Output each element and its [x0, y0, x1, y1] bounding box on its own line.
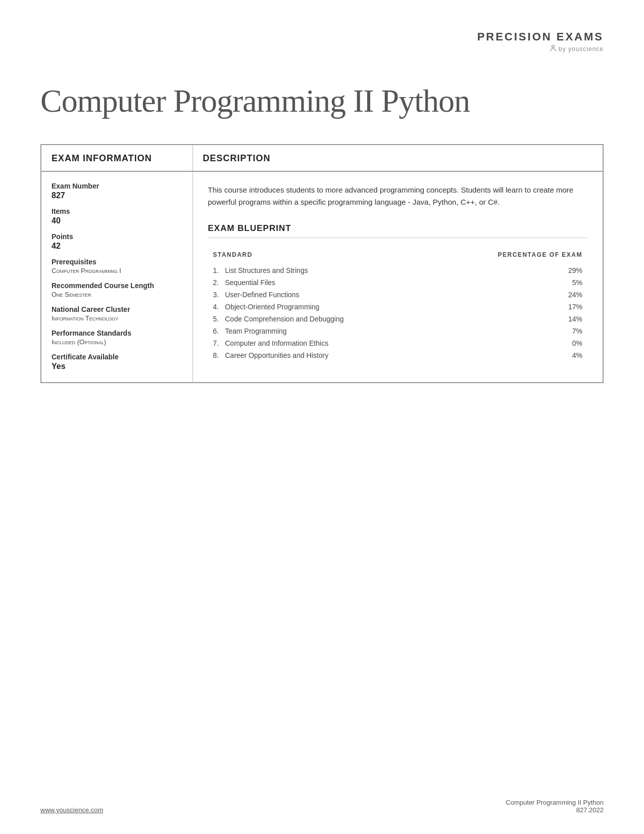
left-column-header: EXAM INFORMATION — [41, 145, 192, 171]
bp-item-num: 8. — [213, 351, 225, 359]
table-header-row: EXAM INFORMATION DESCRIPTION — [41, 145, 603, 171]
performance-value: Included (Optional) — [52, 338, 182, 346]
recommended-length-value: One Semester — [52, 291, 182, 298]
main-table: EXAM INFORMATION DESCRIPTION Exam Number… — [40, 144, 604, 383]
left-content: Exam Number 827 Items 40 Points 42 Prere… — [41, 172, 192, 382]
bp-item-pct: 7% — [557, 327, 582, 335]
bp-item-pct: 17% — [557, 303, 582, 311]
blueprint-row: 5. Code Comprehension and Debugging 14% — [208, 313, 588, 325]
blueprint-title: EXAM BLUEPRINT — [208, 223, 588, 238]
blueprint-row: 1. List Structures and Strings 29% — [208, 264, 588, 276]
bp-item-name: Career Opportunities and History — [225, 351, 558, 359]
bp-item-num: 2. — [213, 279, 225, 287]
bp-item-name: Code Comprehension and Debugging — [225, 315, 558, 323]
bp-item-name: Sequential Files — [225, 279, 558, 287]
bp-item-pct: 0% — [557, 339, 582, 347]
bp-item-pct: 24% — [557, 291, 582, 299]
exam-number-label: Exam Number — [52, 182, 182, 190]
footer-link[interactable]: www.youscience.com — [40, 806, 103, 814]
bp-item-num: 7. — [213, 339, 225, 347]
bp-item-name: Computer and Information Ethics — [225, 339, 558, 347]
blueprint-row: 7. Computer and Information Ethics 0% — [208, 337, 588, 349]
content-row: Exam Number 827 Items 40 Points 42 Prere… — [41, 171, 603, 383]
exam-number-value: 827 — [52, 191, 182, 200]
blueprint-table-header: STANDARD PERCENTAGE OF EXAM — [208, 248, 588, 261]
bp-item-pct: 4% — [557, 351, 582, 359]
right-column: This course introduces students to more … — [192, 171, 603, 383]
page-title: Computer Programming II Python — [40, 83, 604, 119]
national-cluster-label: National Career Cluster — [52, 305, 182, 313]
bp-item-pct: 5% — [557, 279, 582, 287]
left-column: Exam Number 827 Items 40 Points 42 Prere… — [41, 171, 192, 383]
blueprint-row: 2. Sequential Files 5% — [208, 276, 588, 289]
bp-item-name: Object-Oriented Programming — [225, 303, 558, 311]
points-label: Points — [52, 233, 182, 241]
right-content: This course introduces students to more … — [193, 172, 603, 374]
svg-point-0 — [552, 45, 554, 48]
bp-item-pct: 29% — [557, 266, 582, 274]
footer-code: 827.2022 — [506, 806, 604, 814]
blueprint-row: 8. Career Opportunities and History 4% — [208, 349, 588, 361]
footer-course: Computer Programming II Python — [506, 799, 604, 806]
footer-right: Computer Programming II Python 827.2022 — [506, 799, 604, 814]
recommended-length-label: Recommended Course Length — [52, 282, 182, 290]
bp-item-num: 3. — [213, 291, 225, 299]
national-cluster-value: Information Technology — [52, 314, 182, 322]
bp-col-standard: STANDARD — [213, 251, 253, 258]
footer: www.youscience.com Computer Programming … — [40, 799, 604, 814]
bp-item-num: 4. — [213, 303, 225, 311]
prerequisites-value: Computer Programming I — [52, 267, 182, 274]
blueprint-row: 3. User-Defined Functions 24% — [208, 289, 588, 301]
blueprint-rows: 1. List Structures and Strings 29% 2. Se… — [208, 264, 588, 361]
blueprint-row: 6. Team Programming 7% — [208, 325, 588, 337]
blueprint-row: 4. Object-Oriented Programming 17% — [208, 301, 588, 313]
description-text: This course introduces students to more … — [208, 184, 588, 208]
page: PRECISION EXAMS by youscience Computer P… — [0, 0, 644, 834]
bp-item-name: User-Defined Functions — [225, 291, 558, 299]
performance-label: Performance Standards — [52, 329, 182, 337]
bp-item-num: 5. — [213, 315, 225, 323]
bp-item-num: 6. — [213, 327, 225, 335]
bp-col-percentage: PERCENTAGE OF EXAM — [498, 251, 582, 258]
logo: PRECISION EXAMS by youscience — [477, 30, 604, 53]
bp-item-pct: 14% — [557, 315, 582, 323]
logo-precision-text: PRECISION EXAMS — [477, 30, 604, 43]
items-label: Items — [52, 207, 182, 215]
bp-item-name: Team Programming — [225, 327, 558, 335]
logo-person-icon — [550, 44, 557, 53]
right-column-header: DESCRIPTION — [192, 145, 603, 171]
prerequisites-label: Prerequisites — [52, 258, 182, 266]
bp-item-name: List Structures and Strings — [225, 266, 558, 274]
logo-byyouscience-text: by youscience — [477, 44, 604, 53]
items-value: 40 — [52, 216, 182, 225]
header: PRECISION EXAMS by youscience — [40, 20, 604, 53]
bp-item-num: 1. — [213, 266, 225, 274]
points-value: 42 — [52, 242, 182, 251]
certificate-label: Certificate Available — [52, 353, 182, 361]
certificate-value: Yes — [52, 362, 182, 371]
